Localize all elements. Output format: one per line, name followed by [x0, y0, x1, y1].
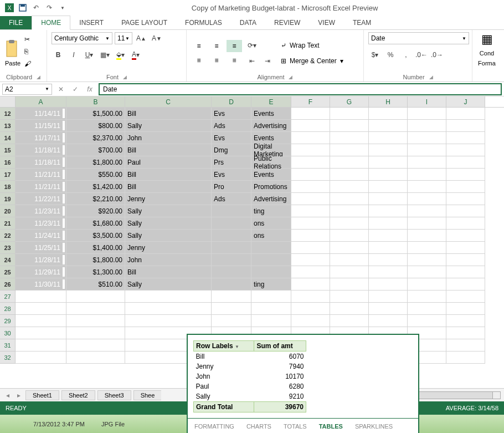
sheet-tab-3[interactable]: Sheet3: [97, 390, 131, 400]
cell[interactable]: John: [125, 254, 212, 266]
align-left-icon[interactable]: ≡: [191, 54, 207, 67]
cell[interactable]: [408, 108, 446, 120]
wrap-text-button[interactable]: ⤶Wrap Text: [277, 39, 347, 52]
sheet-tab-2[interactable]: Sheet2: [61, 390, 95, 400]
cell[interactable]: [212, 315, 251, 327]
cell[interactable]: [291, 291, 330, 303]
bold-button[interactable]: B: [52, 49, 65, 61]
cell[interactable]: [446, 156, 485, 169]
font-color-button[interactable]: A▾: [129, 49, 142, 61]
cell[interactable]: $3,500.00: [66, 230, 125, 242]
row-header[interactable]: 31: [0, 339, 16, 352]
cell[interactable]: $1,800.00: [66, 254, 125, 266]
cell[interactable]: Dmg: [212, 144, 251, 156]
cell[interactable]: John: [125, 132, 212, 144]
cell[interactable]: [446, 230, 485, 242]
cancel-icon[interactable]: ✕: [55, 85, 66, 93]
row-header[interactable]: 29: [0, 315, 16, 327]
cell[interactable]: [408, 132, 446, 144]
row-header[interactable]: 25: [0, 266, 16, 278]
cell[interactable]: [446, 339, 485, 352]
cell[interactable]: [291, 169, 330, 181]
cell[interactable]: [251, 254, 291, 266]
select-all-corner[interactable]: [0, 96, 16, 107]
cell[interactable]: [408, 266, 446, 278]
format-painter-icon[interactable]: 🖌: [24, 60, 35, 71]
cell[interactable]: Prs: [212, 156, 251, 169]
cell[interactable]: [408, 144, 446, 156]
cell[interactable]: [330, 217, 369, 230]
tab-formulas[interactable]: FORMULAS: [176, 16, 231, 29]
underline-button[interactable]: U▾: [83, 49, 96, 61]
cell[interactable]: [408, 230, 446, 242]
cell[interactable]: $920.00: [66, 205, 125, 217]
cell[interactable]: 11/23/11: [16, 217, 66, 230]
sheet-tab-4[interactable]: Shee: [133, 390, 162, 400]
tab-insert[interactable]: INSERT: [70, 16, 112, 29]
enter-icon[interactable]: ✓: [70, 85, 81, 93]
cell[interactable]: [291, 181, 330, 193]
cell[interactable]: $2,210.00: [66, 193, 125, 205]
cell[interactable]: [212, 205, 251, 217]
cell[interactable]: Jenny: [125, 242, 212, 254]
cell[interactable]: [291, 120, 330, 132]
col-header-A[interactable]: A: [16, 96, 66, 107]
row-header[interactable]: 14: [0, 132, 16, 144]
cell[interactable]: 11/21/11: [16, 181, 66, 193]
cell[interactable]: 11/24/11: [16, 230, 66, 242]
formula-input[interactable]: Date: [99, 83, 502, 95]
cell[interactable]: [212, 217, 251, 230]
decrease-font-icon[interactable]: A▼: [150, 32, 163, 44]
cell[interactable]: [330, 120, 369, 132]
cell[interactable]: [446, 193, 485, 205]
cell[interactable]: [212, 303, 251, 315]
cell[interactable]: [369, 144, 408, 156]
sheet-nav-right-icon[interactable]: ▸: [14, 391, 23, 399]
cell[interactable]: [446, 266, 485, 278]
cell[interactable]: $1,500.00: [66, 108, 125, 120]
cell[interactable]: [212, 242, 251, 254]
cell[interactable]: [66, 339, 125, 352]
cell[interactable]: $800.00: [66, 120, 125, 132]
col-header-I[interactable]: I: [408, 96, 446, 107]
cell[interactable]: [291, 205, 330, 217]
cell[interactable]: [330, 169, 369, 181]
row-header[interactable]: 13: [0, 120, 16, 132]
comma-button[interactable]: ,: [399, 49, 413, 61]
decrease-decimal-icon[interactable]: .0→: [430, 49, 444, 61]
cell[interactable]: Bill: [125, 266, 212, 278]
cell[interactable]: 11/22/11: [16, 193, 66, 205]
col-header-G[interactable]: G: [330, 96, 369, 107]
cell[interactable]: 11/28/11: [16, 254, 66, 266]
tab-home[interactable]: HOME: [32, 16, 70, 30]
cell[interactable]: [408, 254, 446, 266]
cell[interactable]: Pro: [212, 181, 251, 193]
number-launcher-icon[interactable]: ◢: [429, 74, 433, 80]
cell[interactable]: [369, 193, 408, 205]
row-header[interactable]: 24: [0, 254, 16, 266]
row-header[interactable]: 28: [0, 303, 16, 315]
cell[interactable]: [66, 315, 125, 327]
cell[interactable]: 11/25/11: [16, 242, 66, 254]
border-button[interactable]: ▦▾: [98, 49, 111, 61]
alignment-launcher-icon[interactable]: ◢: [289, 74, 292, 80]
cell[interactable]: [291, 254, 330, 266]
col-header-H[interactable]: H: [369, 96, 408, 107]
cell[interactable]: $1,400.00: [66, 242, 125, 254]
cell[interactable]: [66, 303, 125, 315]
clipboard-launcher-icon[interactable]: ◢: [37, 74, 40, 80]
conditional-formatting-icon[interactable]: ▦: [481, 32, 493, 47]
cell[interactable]: [16, 327, 66, 339]
italic-button[interactable]: I: [67, 49, 80, 61]
cell[interactable]: 11/23/11: [16, 205, 66, 217]
cell[interactable]: [446, 315, 485, 327]
cell[interactable]: $510.00: [66, 278, 125, 291]
cell[interactable]: ons: [251, 217, 291, 230]
cell[interactable]: [291, 132, 330, 144]
cell[interactable]: Events: [251, 169, 291, 181]
cell[interactable]: [369, 242, 408, 254]
cell[interactable]: $2,370.00: [66, 132, 125, 144]
col-header-E[interactable]: E: [251, 96, 291, 107]
cell[interactable]: 11/14/11: [16, 108, 66, 120]
cell[interactable]: [291, 242, 330, 254]
